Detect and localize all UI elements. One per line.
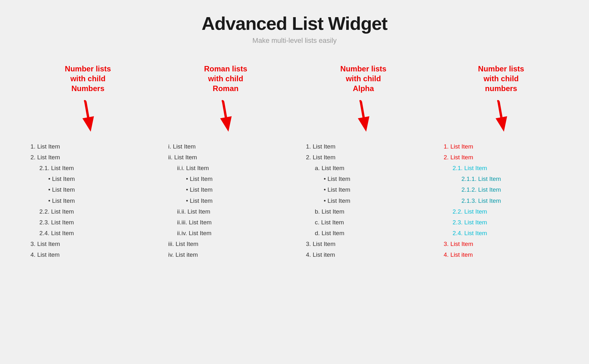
list-item: ii. List Item — [168, 152, 213, 163]
list-item: 4. List item — [30, 249, 75, 260]
list-item: 2. List Item — [306, 152, 350, 163]
list-item: 2. List Item — [444, 152, 501, 163]
main-title: Advanced List Widget — [19, 13, 570, 34]
list-item: ii.i. List Item — [168, 163, 213, 174]
list-item: 1. List Item — [306, 141, 350, 152]
col3-list: 1. List Item 2. List Item a. List Item •… — [303, 141, 350, 261]
header: Advanced List Widget Make multi-level li… — [19, 13, 570, 45]
list-item: a. List Item — [306, 163, 350, 174]
list-item: 3. List Item — [306, 239, 350, 249]
col4-label: Number listswith childnumbers — [478, 64, 524, 93]
list-item: • List Item — [168, 184, 213, 195]
col2-arrow-container — [165, 97, 286, 135]
col1-label-box: Number listswith childNumbers — [27, 64, 149, 94]
list-item: • List Item — [306, 184, 350, 195]
column-4: Number listswith childnumbers 1. List It… — [440, 64, 562, 261]
col3-arrow-container — [303, 97, 424, 135]
list-item: 3. List Item — [30, 239, 75, 249]
col4-list: 1. List Item 2. List Item 2.1. List Item… — [440, 141, 501, 261]
col2-list: i. List Item ii. List Item ii.i. List It… — [165, 141, 213, 261]
page-wrapper: Advanced List Widget Make multi-level li… — [0, 0, 589, 364]
col4-label-box: Number listswith childnumbers — [440, 64, 562, 94]
list-item: ii.iv. List Item — [168, 228, 213, 239]
col2-label: Roman listswith childRoman — [204, 64, 247, 93]
list-item: b. List Item — [306, 206, 350, 217]
list-item: 2.2. List Item — [30, 206, 75, 217]
list-item: 2. List Item — [30, 152, 75, 163]
col3-label-box: Number listswith childAlpha — [303, 64, 424, 94]
list-item: 1. List Item — [444, 141, 501, 152]
col1-list: 1. List Item 2. List Item 2.1. List Item… — [27, 141, 75, 261]
list-item: • List Item — [30, 174, 75, 184]
list-item: • List Item — [30, 184, 75, 195]
list-item: iii. List Item — [168, 239, 213, 249]
list-item: i. List Item — [168, 141, 213, 152]
list-item: • List Item — [168, 174, 213, 184]
col4-arrow-icon — [488, 97, 514, 135]
list-item: 2.3. List Item — [30, 217, 75, 228]
column-3: Number listswith childAlpha 1. List Item… — [303, 64, 424, 261]
list-item: 2.4. List Item — [30, 228, 75, 239]
col2-label-box: Roman listswith childRoman — [165, 64, 286, 94]
list-item: 2.4. List Item — [444, 228, 501, 239]
list-item: 2.1.2. List Item — [444, 184, 501, 195]
col1-arrow-icon — [75, 97, 101, 135]
col1-label: Number listswith childNumbers — [65, 64, 111, 93]
list-item: 3. List Item — [444, 239, 501, 249]
list-item: 2.1. List Item — [30, 163, 75, 174]
column-1: Number listswith childNumbers 1. List It… — [27, 64, 149, 261]
list-item: 1. List Item — [30, 141, 75, 152]
list-item: iv. List item — [168, 249, 213, 260]
list-item: 4. List item — [444, 249, 501, 260]
col3-label: Number listswith childAlpha — [340, 64, 386, 93]
list-item: d. List Item — [306, 228, 350, 239]
list-item: 2.1.1. List Item — [444, 174, 501, 184]
list-item: • List Item — [168, 195, 213, 206]
list-item: • List Item — [306, 195, 350, 206]
list-item: ii.ii. List Item — [168, 206, 213, 217]
list-item: • List Item — [30, 195, 75, 206]
col1-arrow-container — [27, 97, 149, 135]
list-item: • List Item — [306, 174, 350, 184]
col3-arrow-icon — [351, 97, 376, 135]
list-item: 2.3. List Item — [444, 217, 501, 228]
subtitle: Make multi-level lists easily — [19, 36, 570, 45]
list-item: 2.2. List Item — [444, 206, 501, 217]
col2-arrow-icon — [213, 97, 238, 135]
columns-container: Number listswith childNumbers 1. List It… — [19, 64, 570, 261]
column-2: Roman listswith childRoman i. List Item … — [165, 64, 286, 261]
list-item: 2.1.3. List Item — [444, 195, 501, 206]
list-item: ii.iii. List Item — [168, 217, 213, 228]
col4-arrow-container — [440, 97, 562, 135]
list-item: 2.1. List Item — [444, 163, 501, 174]
list-item: 4. List item — [306, 249, 350, 260]
list-item: c. List Item — [306, 217, 350, 228]
